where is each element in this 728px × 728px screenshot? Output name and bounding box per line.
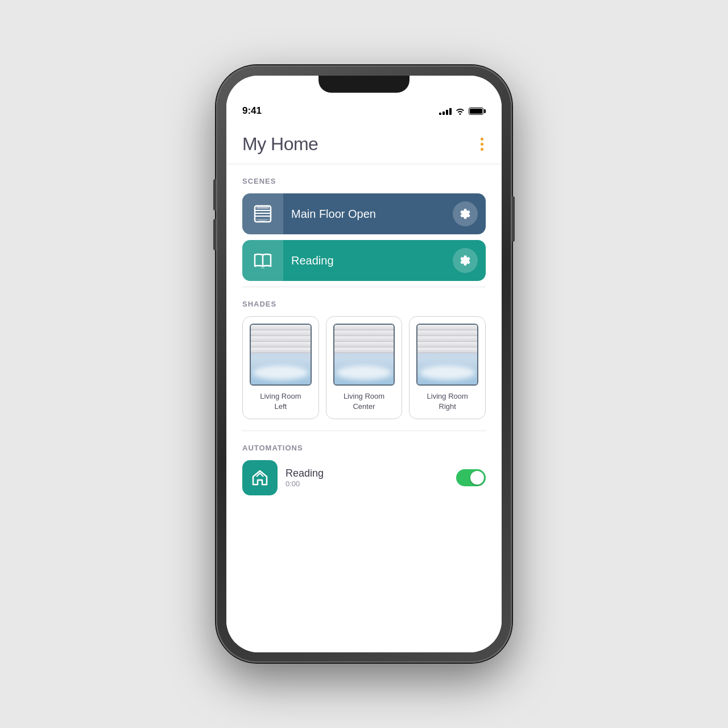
- automation-icon-bg: [242, 460, 278, 495]
- scene-main-floor-open[interactable]: Main Floor Open: [242, 193, 486, 234]
- more-dot-2: [481, 143, 483, 146]
- automation-name: Reading: [286, 468, 448, 479]
- app-header: My Home: [226, 122, 502, 164]
- more-dot-1: [481, 138, 483, 140]
- power-button[interactable]: [512, 196, 515, 242]
- gear-icon: [459, 208, 471, 220]
- scene-main-floor-label: Main Floor Open: [283, 208, 453, 221]
- shades-section: SHADES: [226, 287, 502, 308]
- shade-blinds-center: [334, 325, 394, 353]
- volume-down-button[interactable]: [213, 219, 216, 250]
- shade-preview-left: [250, 324, 312, 386]
- shade-blinds-left: [251, 325, 311, 353]
- scene-reading-label: Reading: [283, 254, 453, 267]
- blind-icon: [253, 204, 273, 224]
- automation-info: Reading 0:00: [286, 468, 448, 488]
- automation-toggle[interactable]: [456, 469, 486, 486]
- scenes-section: SCENES Main Floor Open: [226, 164, 502, 281]
- shade-name-left: Living RoomLeft: [260, 391, 301, 412]
- shade-living-room-right[interactable]: Living RoomRight: [409, 316, 486, 419]
- automation-time: 0:00: [286, 479, 448, 488]
- shade-blinds-right: [417, 325, 477, 353]
- svg-rect-1: [257, 206, 269, 209]
- battery-icon: [469, 107, 486, 115]
- scene-reading-gear[interactable]: [453, 248, 478, 273]
- app-content: My Home SCENES: [226, 122, 502, 652]
- notch: [318, 76, 410, 93]
- scene-main-floor-gear[interactable]: [453, 201, 478, 226]
- automations-section: AUTOMATIONS Reading 0:00: [226, 431, 502, 495]
- toggle-knob: [470, 471, 484, 485]
- signal-icon: [439, 107, 452, 115]
- volume-up-button[interactable]: [213, 179, 216, 210]
- book-icon: [253, 250, 273, 271]
- automations-section-title: AUTOMATIONS: [242, 444, 486, 452]
- shade-name-center: Living RoomCenter: [344, 391, 384, 412]
- scene-reading[interactable]: Reading: [242, 240, 486, 281]
- more-dot-3: [481, 148, 483, 151]
- page-title: My Home: [242, 134, 318, 155]
- shade-name-right: Living RoomRight: [427, 391, 468, 412]
- shade-living-room-center[interactable]: Living RoomCenter: [326, 316, 403, 419]
- phone-screen: 9:41: [226, 76, 502, 652]
- scene-blind-icon-bg: [242, 193, 283, 234]
- shades-grid: Living RoomLeft: [226, 316, 502, 419]
- home-icon: [251, 469, 269, 487]
- status-icons: [439, 107, 486, 115]
- automation-reading[interactable]: Reading 0:00: [242, 460, 486, 495]
- shade-living-room-left[interactable]: Living RoomLeft: [242, 316, 319, 419]
- shade-preview-center: [333, 324, 395, 386]
- phone-frame: 9:41: [216, 65, 512, 663]
- more-menu-button[interactable]: [478, 135, 486, 153]
- scene-book-icon-bg: [242, 240, 283, 281]
- shades-section-title: SHADES: [242, 300, 486, 308]
- status-time: 9:41: [242, 105, 262, 117]
- gear-icon: [459, 254, 471, 267]
- scenes-section-title: SCENES: [242, 177, 486, 185]
- shade-preview-right: [416, 324, 478, 386]
- wifi-icon: [455, 107, 465, 115]
